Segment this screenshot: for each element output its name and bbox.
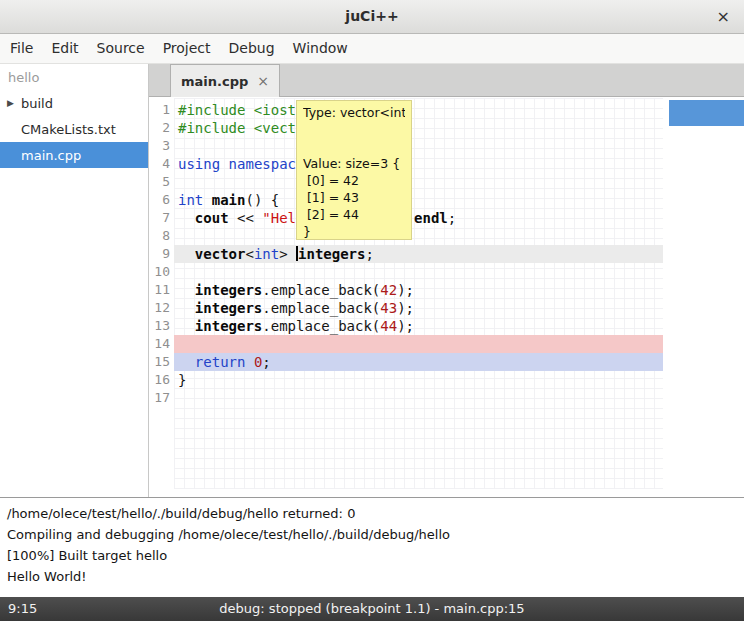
line-number[interactable]: 7 <box>149 209 170 227</box>
tooltip-line: } <box>303 223 405 240</box>
code-line[interactable]: integers.emplace_back(43); <box>178 299 456 317</box>
cursor-position: 9:15 <box>8 597 37 621</box>
expander-icon[interactable]: ▶ <box>0 98 21 108</box>
code-line[interactable]: integers.emplace_back(42); <box>178 281 456 299</box>
code-token-plain <box>178 318 195 334</box>
code-token-plain: .emplace_back( <box>262 300 380 316</box>
code-token-plain: .emplace_back( <box>262 282 380 298</box>
code-token-plain <box>178 210 195 226</box>
code-token-plain <box>220 156 228 172</box>
code-token-preproc: #include <box>178 120 254 136</box>
code-token-plain: .emplace_back( <box>262 318 380 334</box>
menu-debug[interactable]: Debug <box>220 34 284 63</box>
menu-file[interactable]: File <box>1 34 42 63</box>
gutter: 1234567891011121314151617 <box>149 101 170 407</box>
close-icon[interactable]: × <box>717 0 730 33</box>
code-token-plain: ; <box>262 354 270 370</box>
code-line[interactable]: return 0; <box>178 353 456 371</box>
code-token-bold: integers <box>298 246 365 262</box>
code-line[interactable] <box>178 389 456 407</box>
scroll-position-indicator[interactable] <box>669 100 744 126</box>
menu-edit[interactable]: Edit <box>42 34 87 63</box>
code-token-bold: integers <box>195 318 262 334</box>
menu-project[interactable]: Project <box>154 34 220 63</box>
tooltip-line: [1] = 43 <box>303 189 405 206</box>
code-token-number: 43 <box>380 300 397 316</box>
code-token-plain <box>203 192 211 208</box>
line-number[interactable]: 9 <box>149 245 170 263</box>
line-number[interactable]: 3 <box>149 137 170 155</box>
line-number[interactable]: 14 <box>149 335 170 353</box>
code-line[interactable]: integers.emplace_back(44); <box>178 317 456 335</box>
output-line: Compiling and debugging /home/olece/test… <box>7 524 737 545</box>
code-token-number: 42 <box>380 282 397 298</box>
code-token-plain: ); <box>397 318 414 334</box>
tooltip-line <box>303 138 405 155</box>
project-name[interactable]: hello <box>0 64 148 90</box>
output-console[interactable]: /home/olece/test/hello/./build/debug/hel… <box>0 497 744 597</box>
code-line[interactable]: } <box>178 371 456 389</box>
menu-window[interactable]: Window <box>284 34 357 63</box>
file-tree-sidebar: hello ▶ build CMakeLists.txt main.cpp <box>0 64 149 497</box>
line-number[interactable]: 17 <box>149 389 170 407</box>
line-number[interactable]: 16 <box>149 371 170 389</box>
code-token-bold: main <box>212 192 246 208</box>
code-line[interactable] <box>178 263 456 281</box>
output-line: Hello World! <box>7 566 737 587</box>
line-number[interactable]: 12 <box>149 299 170 317</box>
tree-item-cmakelists[interactable]: CMakeLists.txt <box>0 116 148 142</box>
code-token-plain <box>178 246 195 262</box>
line-number[interactable]: 6 <box>149 191 170 209</box>
tooltip-line: Type: vector<int> <box>303 104 405 121</box>
code-token-keyword: using <box>178 156 220 172</box>
line-number[interactable]: 2 <box>149 119 170 137</box>
code-token-bold: integers <box>195 282 262 298</box>
code-token-plain: ; <box>448 210 456 226</box>
tooltip-line: Value: size=3 { <box>303 155 405 172</box>
statusbar: 9:15 debug: stopped (breakpoint 1.1) - m… <box>0 597 744 621</box>
menubar: File Edit Source Project Debug Window <box>0 34 744 64</box>
tab-label: main.cpp <box>181 74 248 89</box>
code-token-plain: < <box>245 246 253 262</box>
line-number[interactable]: 15 <box>149 353 170 371</box>
code-token-plain: } <box>178 372 186 388</box>
tree-item-label: CMakeLists.txt <box>21 122 116 137</box>
line-number[interactable]: 10 <box>149 263 170 281</box>
code-token-bold: integers <box>195 300 262 316</box>
tab-close-icon[interactable]: × <box>257 73 269 89</box>
code-line[interactable] <box>178 335 456 353</box>
code-token-plain: ); <box>397 300 414 316</box>
tooltip-line: [0] = 42 <box>303 172 405 189</box>
tooltip-line <box>303 121 405 138</box>
line-number[interactable]: 8 <box>149 227 170 245</box>
code-line[interactable]: vector<int> integers; <box>178 245 456 263</box>
window-title: juCi++ <box>0 0 744 33</box>
line-number[interactable]: 4 <box>149 155 170 173</box>
code-token-number: 44 <box>380 318 397 334</box>
line-number[interactable]: 1 <box>149 101 170 119</box>
code-token-keyword: int <box>178 192 203 208</box>
tree-item-maincpp[interactable]: main.cpp <box>0 142 148 168</box>
editor-pane: main.cpp × 1234567891011121314151617 #in… <box>149 64 744 497</box>
code-token-plain: ; <box>365 246 373 262</box>
tab-main-cpp[interactable]: main.cpp × <box>170 64 280 97</box>
code-token-plain <box>245 354 253 370</box>
line-number[interactable]: 5 <box>149 173 170 191</box>
code-token-bold: vector <box>195 246 246 262</box>
editor[interactable]: 1234567891011121314151617 #include <iost… <box>149 98 744 497</box>
tree-item-label: build <box>21 96 53 111</box>
code-token-keyword: return <box>195 354 246 370</box>
output-line: [100%] Built target hello <box>7 545 737 566</box>
code-token-plain: > <box>279 246 296 262</box>
menu-source[interactable]: Source <box>88 34 154 63</box>
code-token-plain: << <box>229 210 263 226</box>
code-token-keyword: int <box>254 246 279 262</box>
tree-item-label: main.cpp <box>21 148 81 163</box>
tooltip-line: [2] = 44 <box>303 206 405 223</box>
app-window: juCi++ × File Edit Source Project Debug … <box>0 0 744 621</box>
line-number[interactable]: 11 <box>149 281 170 299</box>
line-number[interactable]: 13 <box>149 317 170 335</box>
code-token-plain: () { <box>245 192 279 208</box>
tabbar: main.cpp × <box>149 64 744 97</box>
tree-item-build[interactable]: ▶ build <box>0 90 148 116</box>
